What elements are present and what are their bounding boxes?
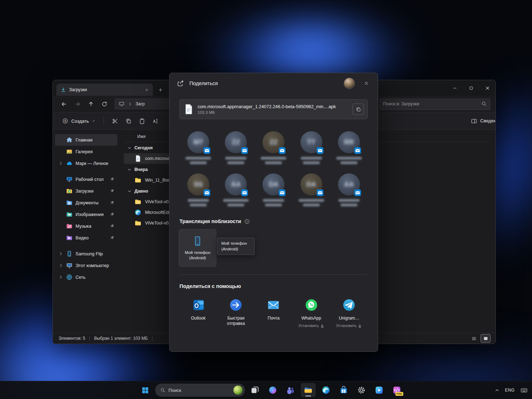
sidebar-item-9[interactable]: Видео — [55, 232, 117, 244]
tab-close-button[interactable] — [143, 86, 150, 93]
search-highlight-image[interactable] — [233, 386, 243, 395]
quick-share-icon — [228, 298, 243, 312]
share-dialog: Поделиться com.microsoft.appmanager_1.24… — [169, 73, 378, 352]
thumbnail-view-icon — [483, 336, 488, 341]
paste-button[interactable] — [135, 115, 149, 127]
sidebar-item-8[interactable]: Музыка — [55, 220, 117, 232]
zip-file-icon — [134, 198, 142, 205]
taskbar-settings-button[interactable] — [354, 383, 369, 397]
video-icon — [66, 234, 73, 241]
app-install-action[interactable]: Установить — [298, 323, 324, 328]
new-button[interactable]: Создать — [59, 116, 99, 126]
device-tooltip: Мой телефон (Android) — [217, 238, 255, 255]
taskbar-file-explorer-button[interactable] — [301, 383, 316, 397]
sidebar-item-2[interactable]: Марк — Личное — [55, 157, 117, 169]
copy-file-button[interactable] — [353, 104, 364, 115]
new-tab-button[interactable] — [156, 85, 165, 94]
info-icon[interactable] — [244, 219, 250, 224]
share-app-outlook[interactable]: Outlook — [179, 298, 217, 328]
taskbar-search[interactable]: Поиск — [155, 384, 245, 397]
show-hidden-icons-button[interactable] — [495, 388, 499, 393]
taskbar-edge-button[interactable] — [318, 383, 333, 397]
file-explorer-icon — [304, 386, 313, 395]
chevron-right-icon — [59, 275, 63, 279]
contact-item[interactable]: ТТ — [293, 131, 330, 164]
taskbar-media-player-button[interactable] — [372, 383, 387, 397]
edge-icon — [321, 386, 331, 395]
contact-initials-blurred: DA — [306, 181, 316, 188]
user-avatar[interactable] — [344, 78, 355, 89]
contact-item[interactable]: ZZ — [217, 131, 255, 164]
maximize-button[interactable] — [463, 80, 479, 96]
share-app-unigram[interactable]: Unigram…Установить — [330, 298, 368, 328]
sidebar-item-1[interactable]: Галерея — [55, 146, 117, 157]
store-icon — [339, 386, 348, 395]
contact-item[interactable]: DA — [255, 173, 292, 206]
sidebar-item-12[interactable]: Этот компьютер — [55, 260, 117, 271]
taskbar-copilot-button[interactable] — [265, 383, 280, 397]
touch-keyboard-icon[interactable] — [520, 387, 528, 394]
sidebar-item-7[interactable]: Изображения — [55, 209, 117, 220]
chevron-right-icon — [59, 263, 63, 268]
contact-item[interactable]: МТ — [179, 131, 217, 164]
contact-avatar: АА — [225, 173, 247, 195]
app-label: Быстрая отправка — [220, 316, 251, 326]
back-button[interactable] — [58, 98, 70, 110]
windows-logo-icon — [141, 386, 149, 394]
share-dialog-close-button[interactable] — [360, 77, 373, 90]
explorer-search-input[interactable]: Поиск в: Загрузки — [379, 98, 491, 110]
contact-item[interactable]: АА — [330, 173, 368, 206]
blurred-text-line — [261, 157, 286, 160]
rename-button[interactable] — [149, 115, 162, 127]
chevron-placeholder — [59, 235, 63, 240]
sidebar-item-5[interactable]: Загрузки — [55, 185, 117, 197]
details-view-button[interactable] — [469, 334, 478, 342]
refresh-button[interactable] — [98, 98, 110, 110]
pin-icon — [110, 189, 115, 193]
sidebar-item-11[interactable]: Samsung Flip — [55, 248, 117, 260]
sidebar-item-4[interactable]: Рабочий стол — [55, 173, 117, 185]
copy-icon — [126, 118, 132, 124]
contact-item[interactable]: АА — [217, 173, 255, 206]
share-app-quick-share[interactable]: Быстрая отправка — [217, 298, 255, 328]
cut-button[interactable] — [108, 115, 122, 127]
sidebar-item-0[interactable]: Главная — [55, 134, 117, 146]
sidebar-item-6[interactable]: Документы — [55, 197, 117, 209]
contact-item[interactable]: SS — [179, 173, 217, 206]
details-pane-button[interactable]: Сведения — [467, 116, 490, 127]
contact-name-blurred — [261, 157, 286, 164]
app-install-action[interactable]: Установить — [336, 323, 362, 328]
outlook-badge-icon — [279, 189, 286, 196]
chevron-placeholder — [59, 200, 63, 205]
large-icons-view-button[interactable] — [481, 334, 491, 343]
up-button[interactable] — [85, 98, 97, 110]
language-indicator[interactable]: ENG — [505, 388, 515, 393]
contact-item[interactable]: ZZ — [255, 131, 292, 164]
search-icon — [481, 101, 487, 106]
minimize-button[interactable] — [447, 80, 463, 96]
blurred-text-line — [301, 157, 322, 160]
scissors-icon — [112, 118, 118, 124]
close-icon — [364, 81, 369, 86]
close-window-button[interactable] — [479, 80, 495, 96]
explorer-tab[interactable]: Загрузки — [56, 84, 153, 96]
blurred-text-line — [185, 157, 211, 160]
sidebar-item-label: Галерея — [76, 149, 93, 154]
share-app-whatsapp[interactable]: WhatsAppУстановить — [293, 298, 330, 328]
taskbar-dev-home-button[interactable]: PRE — [389, 383, 404, 397]
taskbar-store-button[interactable] — [336, 383, 351, 397]
start-button[interactable] — [138, 383, 153, 397]
contact-item[interactable]: DA — [293, 173, 330, 206]
taskbar-task-view-button[interactable] — [248, 383, 262, 397]
taskbar-teams-button[interactable] — [283, 383, 298, 397]
nearby-device-tile[interactable]: Мой телефон (Android) — [179, 229, 216, 267]
contact-avatar: SS — [187, 173, 209, 195]
copy-button[interactable] — [122, 115, 135, 127]
sidebar-item-label: Этот компьютер — [76, 263, 109, 268]
network-icon — [66, 274, 73, 281]
share-app-mail[interactable]: Почта — [255, 298, 292, 328]
contact-item[interactable]: RR — [330, 131, 368, 164]
sidebar-item-13[interactable]: Сеть — [55, 271, 117, 283]
list-view-icon — [471, 336, 477, 341]
forward-button[interactable] — [71, 98, 83, 110]
